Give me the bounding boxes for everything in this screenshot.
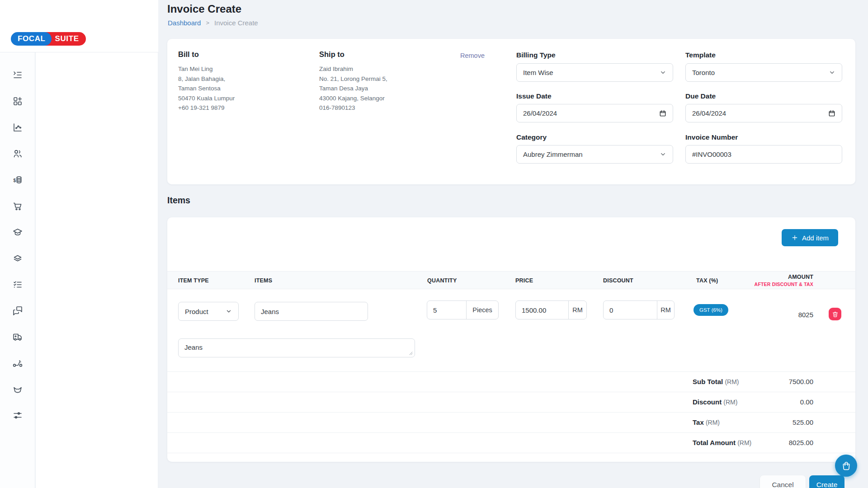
header-amount: AMOUNT (788, 274, 813, 280)
bill-to-line: Taman Sentosa (178, 84, 235, 94)
discount-group: RM (603, 300, 675, 319)
item-description-wrap: Jeans (178, 338, 415, 357)
header-quantity: QUANTITY (427, 277, 457, 284)
items-heading: Items (167, 195, 190, 206)
floating-cart-button[interactable] (835, 455, 857, 477)
breadcrumb-current: Invoice Create (214, 19, 258, 27)
bill-to-address: Tan Mei Ling 8, Jalan Bahagia, Taman Sen… (178, 64, 235, 113)
quantity-unit: Pieces (466, 301, 498, 319)
category-value: Aubrey Zimmerman (523, 150, 660, 158)
header-price: PRICE (515, 277, 533, 284)
template-label: Template (685, 51, 716, 59)
row-amount: 8025 (798, 311, 813, 319)
ship-to-address: Zaid Ibrahim No. 21, Lorong Permai 5, Ta… (319, 64, 387, 113)
template-value: Toronto (692, 69, 829, 76)
sidebar-item-purchases[interactable] (12, 201, 23, 211)
ship-to-heading: Ship to (319, 50, 344, 59)
remove-link[interactable]: Remove (460, 52, 485, 59)
shopping-cart-icon (12, 201, 23, 211)
svg-text:$: $ (14, 178, 16, 183)
subtotal-row: Sub Total (RM) 7500.00 (167, 371, 855, 392)
bill-to-line: 8, Jalan Bahagia, (178, 74, 235, 84)
trash-icon (832, 311, 839, 318)
chevron-down-icon (660, 69, 666, 76)
sidebar-item-fleet[interactable] (12, 332, 23, 343)
sidebar-item-apps[interactable] (12, 96, 23, 107)
tax-total-label: Tax (RM) (693, 418, 720, 426)
invoice-number-input[interactable] (685, 145, 842, 164)
due-date-input[interactable]: 26/04/2024 (685, 104, 842, 122)
price-unit: RM (568, 301, 586, 319)
bill-to-line: +60 19-321 9879 (178, 103, 235, 113)
chevron-down-icon (829, 69, 835, 76)
create-button[interactable]: Create (809, 475, 844, 488)
fox-icon (12, 384, 23, 395)
ship-to-line: No. 21, Lorong Permai 5, (319, 74, 387, 84)
sidebar-icon-rail: $ (0, 52, 35, 488)
price-group: RM (515, 300, 587, 319)
graduation-cap-icon (12, 227, 23, 238)
sidebar-item-assets[interactable] (12, 253, 23, 264)
page-title: Invoice Create (167, 3, 241, 15)
price-input[interactable] (516, 301, 568, 319)
item-type-select[interactable]: Product (178, 302, 239, 321)
due-date-value: 26/04/2024 (692, 109, 828, 117)
billing-type-select[interactable]: Item Wise (516, 63, 673, 82)
tax-badge[interactable]: GST (6%) (693, 304, 728, 316)
van-icon (12, 332, 23, 343)
sidebar-item-menu[interactable] (12, 70, 23, 80)
category-select[interactable]: Aubrey Zimmerman (516, 145, 673, 164)
sidebar-item-users[interactable] (12, 148, 23, 159)
add-item-label: Add item (802, 234, 829, 242)
ship-to-line: Taman Desa Jaya (319, 84, 387, 94)
ship-to-line: 016-7890123 (319, 103, 387, 113)
sliders-icon (12, 410, 23, 421)
layers-icon (12, 253, 23, 264)
money-stack-icon: $ (12, 174, 23, 185)
item-name-input[interactable] (255, 302, 368, 321)
plus-icon (791, 234, 798, 241)
header-items: ITEMS (255, 277, 272, 284)
sidebar-item-tasks[interactable] (12, 279, 23, 290)
total-amount-value: 8025.00 (789, 439, 813, 446)
sidebar-item-learning[interactable] (12, 227, 23, 238)
sidebar-item-delivery[interactable] (12, 358, 23, 369)
sidebar-header: FOCAL SUITE (0, 0, 158, 52)
sidebar-panel (36, 52, 158, 488)
totals-table: Sub Total (RM) 7500.00 Discount (RM) 0.0… (167, 371, 855, 453)
brand-logo[interactable]: FOCAL SUITE (11, 32, 86, 46)
delete-row-button[interactable] (829, 308, 841, 320)
bill-to-line: Tan Mei Ling (178, 64, 235, 74)
subtotal-value: 7500.00 (789, 378, 813, 385)
chevron-down-icon (660, 151, 666, 158)
issue-date-input[interactable]: 26/04/2024 (516, 104, 673, 122)
shopping-bag-icon (841, 460, 852, 471)
item-description-textarea[interactable]: Jeans (178, 338, 415, 357)
apps-plus-icon (12, 96, 23, 107)
sidebar-item-settings[interactable] (12, 410, 23, 421)
discount-input[interactable] (604, 301, 657, 319)
quantity-group: Pieces (427, 300, 499, 319)
messages-icon (12, 305, 23, 316)
sidebar-item-analytics[interactable] (12, 122, 23, 133)
tax-total-value: 525.00 (793, 418, 813, 426)
template-select[interactable]: Toronto (685, 63, 842, 82)
sidebar-item-messages[interactable] (12, 305, 23, 316)
breadcrumb-dashboard-link[interactable]: Dashboard (168, 19, 201, 27)
breadcrumb-separator: > (206, 19, 209, 26)
add-item-button[interactable]: Add item (782, 229, 838, 246)
bill-to-heading: Bill to (178, 50, 199, 59)
chevron-down-icon (226, 308, 232, 314)
sidebar-item-finance[interactable]: $ (12, 174, 23, 185)
total-amount-row: Total Amount (RM) 8025.00 (167, 432, 855, 453)
items-card: Add item ITEM TYPE ITEMS QUANTITY PRICE … (167, 217, 855, 462)
brand-logo-focal: FOCAL (11, 32, 52, 46)
discount-total-value: 0.00 (800, 398, 813, 406)
sidebar-item-pos[interactable] (12, 384, 23, 395)
tax-total-row: Tax (RM) 525.00 (167, 412, 855, 432)
cancel-button[interactable]: Cancel (760, 475, 806, 488)
header-tax: TAX (%) (696, 277, 718, 284)
header-item-type: ITEM TYPE (178, 277, 209, 284)
quantity-input[interactable] (427, 301, 466, 319)
calendar-icon (659, 110, 666, 117)
